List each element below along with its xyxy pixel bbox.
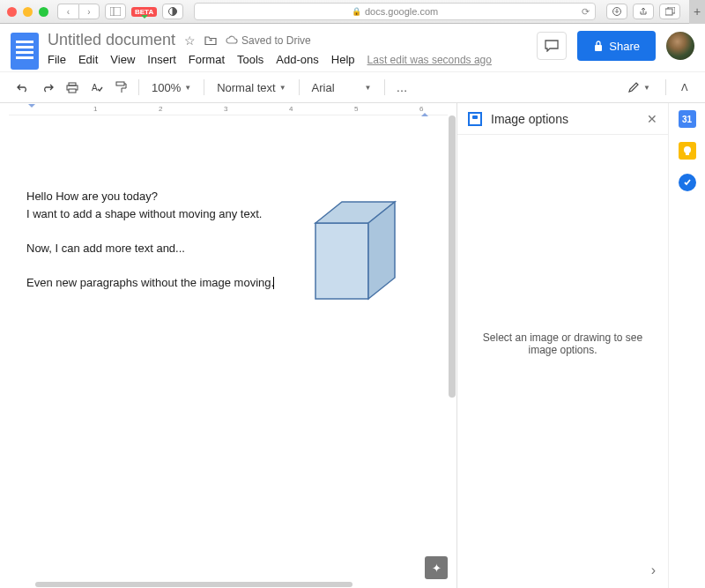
comments-button[interactable] — [537, 32, 567, 60]
redo-button[interactable] — [37, 78, 58, 96]
download-button[interactable] — [606, 4, 627, 19]
sidebar-button[interactable] — [105, 4, 126, 19]
svg-rect-10 — [116, 82, 124, 86]
share-browser-button[interactable] — [633, 4, 654, 19]
ruler-tick: 2 — [159, 105, 162, 113]
folder-move-icon — [204, 35, 217, 46]
spellcheck-button[interactable]: A — [86, 78, 108, 97]
save-status: Saved to Drive — [226, 34, 311, 47]
svg-point-14 — [684, 146, 691, 153]
redo-icon — [41, 82, 54, 93]
check-circle-icon — [682, 177, 693, 188]
calendar-addon-icon[interactable]: 31 — [679, 110, 696, 128]
nav-back-forward: ‹ › — [57, 4, 100, 19]
forward-button[interactable]: › — [78, 4, 100, 19]
svg-rect-15 — [686, 153, 689, 155]
move-icon[interactable] — [204, 35, 217, 46]
image-icon — [468, 112, 482, 126]
panel-body: Select an image or drawing to see image … — [457, 135, 668, 553]
close-window[interactable] — [7, 7, 17, 17]
chevron-right-icon[interactable]: › — [651, 562, 656, 578]
reload-icon[interactable]: ⟳ — [582, 6, 590, 18]
menu-file[interactable]: File — [48, 53, 66, 66]
download-icon — [612, 7, 621, 16]
document-title[interactable]: Untitled document — [48, 31, 175, 49]
document-area: 1 2 3 4 5 6 Hello How are you today? I w… — [0, 103, 456, 588]
pencil-icon — [627, 81, 640, 93]
ruler-tick: 4 — [289, 105, 293, 113]
browser-toolbar: ‹ › BETA 🔒 docs.google.com ⟳ + — [0, 0, 705, 24]
back-button[interactable]: ‹ — [57, 4, 78, 19]
title-area: Untitled document ☆ Saved to Drive File … — [48, 31, 528, 66]
url-bar[interactable]: 🔒 docs.google.com ⟳ — [194, 3, 596, 20]
menu-insert[interactable]: Insert — [147, 53, 176, 66]
panel-header: Image options ✕ — [457, 103, 668, 135]
explore-button[interactable]: ✦ — [425, 556, 448, 579]
last-edit-link[interactable]: Last edit was seconds ago — [367, 54, 492, 66]
svg-rect-0 — [110, 7, 121, 16]
scrollbar-thumb[interactable] — [35, 582, 352, 587]
header-right: Share — [537, 31, 694, 61]
share-icon — [639, 7, 648, 16]
ruler-tick: 1 — [93, 105, 97, 113]
text-cursor — [273, 277, 274, 289]
tabs-button[interactable] — [659, 4, 680, 19]
document-page[interactable]: Hello How are you today? I want to add a… — [0, 115, 456, 363]
menubar: File Edit View Insert Format Tools Add-o… — [48, 53, 528, 66]
star-icon[interactable]: ☆ — [184, 33, 196, 48]
svg-rect-5 — [595, 45, 602, 51]
workspace: 1 2 3 4 5 6 Hello How are you today? I w… — [0, 103, 705, 588]
cube-drawing[interactable] — [300, 195, 414, 309]
tabs-icon — [665, 7, 675, 16]
menu-view[interactable]: View — [110, 53, 135, 66]
share-button[interactable]: Share — [577, 31, 656, 61]
style-dropdown[interactable]: Normal text▼ — [212, 78, 291, 98]
keep-addon-icon[interactable] — [679, 142, 696, 160]
more-tools-button[interactable]: … — [392, 78, 412, 98]
paint-roller-icon — [115, 81, 127, 93]
minimize-window[interactable] — [23, 7, 33, 17]
docs-app: Untitled document ☆ Saved to Drive File … — [0, 24, 705, 588]
menu-edit[interactable]: Edit — [78, 53, 98, 66]
zoom-dropdown[interactable]: 100%▼ — [146, 78, 197, 98]
indent-marker-left[interactable] — [28, 104, 35, 111]
menu-format[interactable]: Format — [189, 53, 225, 66]
format-paint-button[interactable] — [111, 78, 131, 97]
docs-logo-icon[interactable] — [11, 33, 39, 70]
svg-marker-11 — [315, 223, 368, 299]
new-tab-button[interactable]: + — [689, 0, 705, 24]
toolbar: A 100%▼ Normal text▼ Arial▼ … ▼ ᐱ — [0, 71, 705, 103]
panel-footer: › — [457, 553, 668, 588]
user-avatar[interactable] — [666, 32, 694, 60]
close-panel-button[interactable]: ✕ — [647, 112, 657, 126]
menu-addons[interactable]: Add-ons — [276, 53, 318, 66]
print-button[interactable] — [62, 78, 83, 97]
scrollbar-thumb[interactable] — [449, 115, 456, 398]
menu-help[interactable]: Help — [331, 53, 355, 66]
lock-icon — [593, 40, 604, 52]
image-options-panel: Image options ✕ Select an image or drawi… — [456, 103, 668, 588]
share-label: Share — [609, 40, 640, 53]
lock-icon: 🔒 — [352, 7, 361, 16]
sidebar-icon — [110, 7, 121, 16]
undo-button[interactable] — [12, 78, 33, 96]
spellcheck-icon: A — [91, 82, 103, 93]
svg-text:A: A — [92, 83, 98, 93]
tasks-addon-icon[interactable] — [679, 174, 696, 191]
editing-mode-button[interactable]: ▼ — [623, 78, 655, 97]
menu-tools[interactable]: Tools — [237, 53, 263, 66]
reader-button[interactable] — [162, 4, 183, 19]
url-text: docs.google.com — [365, 6, 438, 17]
vertical-scrollbar[interactable] — [448, 115, 456, 588]
shield-icon — [168, 7, 177, 16]
cloud-icon — [226, 35, 238, 45]
horizontal-ruler[interactable]: 1 2 3 4 5 6 — [9, 103, 448, 115]
font-dropdown[interactable]: Arial▼ — [307, 78, 377, 98]
svg-rect-8 — [69, 89, 76, 93]
undo-icon — [17, 82, 29, 93]
ruler-tick: 5 — [354, 105, 358, 113]
maximize-window[interactable] — [39, 7, 48, 17]
side-rail: 31 — [668, 103, 705, 588]
collapse-toolbar-button[interactable]: ᐱ — [677, 78, 693, 97]
horizontal-scrollbar[interactable] — [35, 581, 458, 588]
